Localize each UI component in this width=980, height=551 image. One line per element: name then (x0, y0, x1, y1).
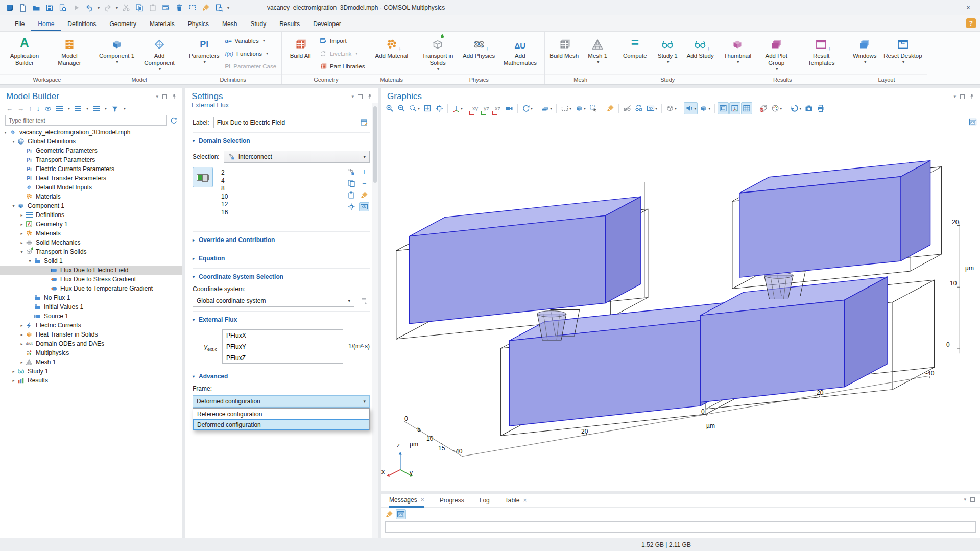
view-hidden-icon[interactable]: ▾ (645, 102, 659, 114)
filter-funnel-icon[interactable] (111, 105, 118, 112)
tree-item-domain-odes[interactable]: ▸d/dtDomain ODEs and DAEs (0, 339, 182, 348)
tree-item-flux-electric-field[interactable]: Flux Due to Electric Field (0, 266, 182, 275)
expander-icon[interactable]: ▾ (10, 204, 17, 208)
add-physics-button[interactable]: ↓ Add Physics (460, 33, 497, 74)
section-coordinate-system[interactable]: ▾Coordinate System Selection (193, 268, 370, 282)
pin-icon[interactable] (171, 93, 177, 100)
expander-icon[interactable]: ▾ (18, 250, 25, 254)
new-file-icon[interactable] (16, 2, 30, 14)
tree-item-results[interactable]: ▸Results (0, 376, 182, 385)
cut-icon[interactable] (119, 2, 133, 14)
menu-physics[interactable]: Physics (181, 17, 216, 31)
build-all-button[interactable]: Build All (284, 33, 317, 74)
clear-log-icon[interactable] (385, 510, 393, 518)
float-panel-icon[interactable] (358, 94, 363, 99)
color-palette-icon[interactable]: ▾ (770, 102, 783, 114)
delete-icon[interactable] (173, 2, 186, 14)
tree-item-transport-parameters[interactable]: PiTransport Parameters (0, 155, 182, 164)
menu-mesh[interactable]: Mesh (216, 17, 244, 31)
parameters-button[interactable]: Pi Parameters ▾ (186, 33, 222, 74)
orthographic-projection-icon[interactable] (718, 102, 729, 114)
show-grid-icon[interactable] (741, 102, 752, 114)
functions-button[interactable]: f(x) Functions ▾ (225, 49, 276, 59)
add-material-button[interactable]: ↓ Add Material (372, 33, 411, 74)
tree-item-solid-1[interactable]: ▾Solid 1 (0, 256, 182, 266)
forward-icon[interactable]: → (17, 105, 24, 112)
frame-combo[interactable]: Deformed configuration ▾ (193, 395, 370, 408)
close-button[interactable]: × (957, 0, 980, 15)
expand-all-icon[interactable] (56, 106, 63, 111)
label-input[interactable] (213, 117, 354, 128)
undo-icon[interactable] (83, 2, 96, 14)
tree-item-global-definitions[interactable]: ▾Global Definitions (0, 137, 182, 146)
toolbar-overflow-icon[interactable]: ▾ (226, 5, 231, 10)
compute-button[interactable]: = Compute (618, 33, 651, 74)
expander-icon[interactable]: ▸ (18, 323, 25, 328)
tab-log[interactable]: Log (480, 494, 490, 508)
flux-x-input[interactable] (222, 329, 343, 341)
panel-menu-icon[interactable]: ▾ (351, 94, 354, 99)
show-axis-icon[interactable] (729, 102, 740, 114)
maximize-button[interactable] (933, 0, 957, 15)
paste-selection-icon[interactable] (346, 190, 356, 200)
model-manager-button[interactable]: Model Manager (47, 33, 92, 74)
active-toggle-button[interactable] (193, 167, 213, 187)
create-selection-icon[interactable] (346, 167, 356, 176)
panel-menu-icon[interactable]: ▾ (953, 94, 956, 99)
add-mathematics-button[interactable]: ΔU Add Mathematics (497, 33, 542, 74)
redo-icon[interactable] (101, 2, 114, 14)
section-domain-selection[interactable]: ▾Domain Selection (193, 132, 370, 147)
pin-icon[interactable] (367, 93, 373, 100)
frame-option-deformed[interactable]: Deformed configuration (193, 419, 369, 430)
flux-y-input[interactable] (222, 341, 343, 352)
tree-item-mesh-1[interactable]: ▸Mesh 1 (0, 357, 182, 367)
print-icon[interactable] (815, 102, 826, 114)
variables-button[interactable]: a= Variables ▾ (225, 36, 276, 46)
application-builder-button[interactable]: A Application Builder (2, 33, 47, 74)
scrollbar-thumb[interactable] (373, 106, 377, 183)
selection-entry[interactable]: 16 (221, 209, 338, 217)
snapshot-icon[interactable] (803, 102, 815, 114)
expander-icon[interactable]: ▸ (18, 342, 25, 346)
selection-entry[interactable]: 2 (221, 169, 338, 177)
view-xz-icon[interactable]: xz (492, 102, 503, 114)
back-icon[interactable]: ← (6, 105, 13, 112)
section-advanced[interactable]: ▾Advanced (193, 368, 370, 382)
open-file-icon[interactable] (30, 2, 43, 14)
tab-progress[interactable]: Progress (440, 494, 464, 508)
add-component-button[interactable]: Add Component ▾ (137, 33, 182, 74)
tree-item-component-1[interactable]: ▾Component 1 (0, 201, 182, 210)
save-icon[interactable] (43, 2, 56, 14)
expander-icon[interactable]: ▸ (18, 360, 25, 365)
windows-button[interactable]: Windows ▾ (848, 33, 881, 74)
part-libraries-button[interactable]: Part Libraries (320, 61, 365, 71)
close-tab-icon[interactable]: × (421, 496, 424, 504)
livelink-button[interactable]: LiveLink ▾ (320, 49, 365, 59)
settings-scrollbar[interactable] (372, 103, 378, 538)
expander-icon[interactable]: ▾ (27, 259, 33, 263)
tree-item-electric-currents[interactable]: ▸Electric Currents (0, 321, 182, 330)
build-mesh-button[interactable]: Build Mesh (547, 33, 581, 74)
zoom-selected-icon[interactable] (434, 102, 445, 114)
coordinate-system-combo[interactable]: Global coordinate system ▾ (193, 295, 354, 307)
expander-icon[interactable]: ▸ (18, 241, 25, 245)
select-paint-mode-icon[interactable]: ▾ (573, 102, 587, 114)
selection-entry[interactable]: 4 (221, 177, 338, 185)
menu-materials[interactable]: Materials (143, 17, 181, 31)
select-box-icon[interactable] (186, 2, 199, 14)
go-to-source-icon[interactable] (358, 295, 370, 306)
tree-item-geometric-parameters[interactable]: PiGeometric Parameters (0, 146, 182, 155)
expander-icon[interactable]: ▸ (18, 222, 25, 227)
tree-item-study-1[interactable]: ▸Study 1 (0, 367, 182, 376)
zoom-out-icon[interactable] (396, 102, 407, 114)
tree-item-heat-transfer-parameters[interactable]: PiHeat Transfer Parameters (0, 174, 182, 183)
move-up-icon[interactable]: ↑ (29, 105, 32, 112)
view-xy-icon[interactable]: xy (470, 102, 481, 114)
update-plot-icon[interactable]: ▾ (789, 102, 803, 114)
tree-item-definitions[interactable]: ▸Definitions (0, 210, 182, 220)
float-panel-icon[interactable] (960, 94, 965, 99)
tree-item-transport-in-solids[interactable]: ▾Transport in Solids (0, 247, 182, 256)
tree-item-solid-mechanics[interactable]: ▸Solid Mechanics (0, 238, 182, 247)
mesh-1-button[interactable]: Mesh 1 ▾ (581, 33, 614, 74)
clear-selection-icon[interactable] (199, 2, 212, 14)
